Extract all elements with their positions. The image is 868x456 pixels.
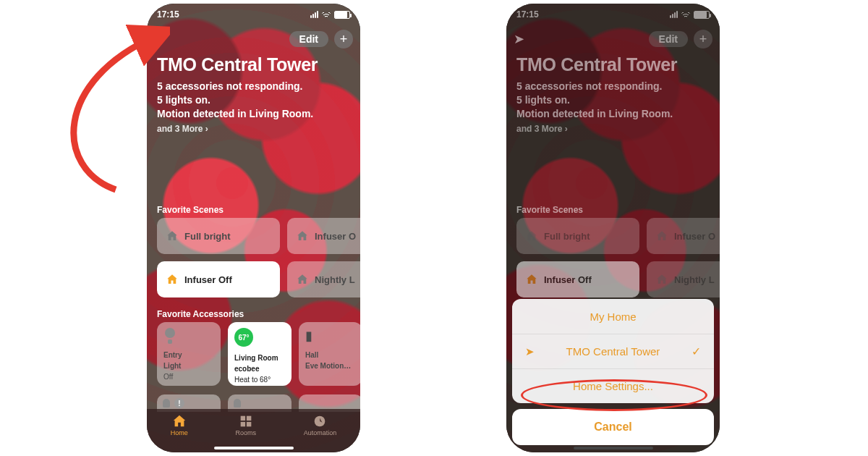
- sheet-item-my-home[interactable]: My Home: [512, 299, 714, 334]
- svg-rect-0: [240, 416, 244, 421]
- action-sheet-group: My Home ➤ TMO Central Tower ✓ Home Setti…: [512, 299, 714, 403]
- scene-label: Full bright: [184, 231, 231, 242]
- checkmark-icon: ✓: [692, 345, 701, 358]
- add-button[interactable]: +: [694, 30, 712, 48]
- tab-rooms[interactable]: Rooms: [235, 413, 256, 436]
- bulb-icon: [163, 328, 214, 344]
- scene-tile[interactable]: Infuser Off: [157, 261, 280, 297]
- scenes-grid: Full bright Infuser O Infuser Off Nightl…: [157, 218, 360, 297]
- status-bar: 17:15: [147, 4, 360, 22]
- home-title: TMO Central Tower: [516, 54, 710, 75]
- svg-rect-1: [247, 416, 251, 421]
- scene-tile[interactable]: Infuser O: [647, 218, 720, 254]
- nav-bar: ➤ Edit +: [506, 28, 720, 50]
- alert-icon: !: [174, 398, 184, 408]
- bulb-icon: [234, 399, 241, 408]
- sheet-item-home-settings[interactable]: Home Settings...: [512, 368, 714, 403]
- accessory-tile[interactable]: 67° Living Room ecobee Heat to 68°: [228, 322, 292, 386]
- scene-tile[interactable]: Infuser O: [287, 218, 360, 254]
- home-indicator: [214, 447, 294, 449]
- cellular-signal-icon: [310, 11, 318, 18]
- tile-line: Eve Motion…: [305, 362, 356, 370]
- location-icon[interactable]: ➤: [154, 31, 165, 47]
- wifi-icon: [321, 11, 331, 18]
- thermostat-icon: 67°: [234, 328, 285, 347]
- home-icon: [171, 413, 187, 428]
- scene-tile[interactable]: Infuser Off: [516, 261, 639, 297]
- tile-line: Light: [163, 362, 214, 370]
- scene-label: Infuser O: [315, 231, 356, 242]
- scene-tile[interactable]: Nightly L: [647, 261, 720, 297]
- svg-rect-2: [240, 422, 244, 426]
- scene-label: Full bright: [544, 231, 590, 242]
- house-icon: [655, 229, 668, 242]
- tile-line: Off: [163, 373, 214, 381]
- edit-button[interactable]: Edit: [289, 31, 328, 47]
- screenshot-left: 17:15 ➤ Edit + TMO Central Tower 5 acces…: [147, 4, 360, 452]
- house-icon: [296, 273, 309, 286]
- svg-rect-3: [247, 422, 251, 426]
- status-bar: 17:15: [506, 4, 720, 22]
- home-indicator: [574, 447, 653, 449]
- section-accessories-label: Favorite Accessories: [157, 309, 244, 319]
- house-icon: [166, 273, 179, 286]
- scene-tile[interactable]: Nightly L: [287, 261, 360, 297]
- house-icon: [525, 273, 538, 286]
- scene-tile[interactable]: Full bright: [157, 218, 280, 254]
- sheet-item-label: My Home: [590, 311, 636, 323]
- tile-line: ecobee: [234, 365, 285, 373]
- status-more[interactable]: and 3 More ›: [157, 124, 350, 134]
- section-scenes-label: Favorite Scenes: [516, 205, 583, 215]
- scene-tile[interactable]: Full bright: [516, 218, 639, 254]
- status-line: 5 lights on.: [516, 93, 710, 107]
- location-icon: ➤: [525, 345, 535, 358]
- home-header: TMO Central Tower 5 accessories not resp…: [157, 54, 350, 134]
- home-title: TMO Central Tower: [157, 54, 350, 75]
- battery-icon: [334, 11, 350, 19]
- tile-line: Living Room: [234, 354, 285, 362]
- sheet-item-current-home[interactable]: ➤ TMO Central Tower ✓: [512, 334, 714, 368]
- tab-label: Rooms: [235, 429, 256, 436]
- add-button[interactable]: +: [334, 30, 353, 48]
- status-more[interactable]: and 3 More ›: [516, 124, 710, 134]
- scene-label: Infuser Off: [544, 274, 592, 285]
- tile-line: Entry: [163, 351, 214, 359]
- tab-label: Home: [171, 429, 188, 436]
- status-line: Motion detected in Living Room.: [516, 107, 710, 121]
- screenshot-right: 17:15 ➤ Edit + TMO Central Tower 5 acces…: [506, 4, 720, 452]
- house-icon: [525, 229, 538, 242]
- sheet-cancel-label: Cancel: [594, 421, 631, 434]
- tab-label: Automation: [304, 429, 337, 436]
- rooms-icon: [238, 413, 254, 428]
- battery-icon: [694, 11, 710, 19]
- sheet-item-label: Home Settings...: [573, 380, 653, 392]
- accessory-tile[interactable]: ▮ Hall Eve Motion…: [299, 322, 360, 386]
- location-icon[interactable]: ➤: [514, 31, 524, 47]
- status-line: 5 lights on.: [157, 93, 350, 107]
- tab-automation[interactable]: Automation: [304, 413, 337, 436]
- scenes-grid: Full bright Infuser O Infuser Off Nightl…: [516, 218, 720, 297]
- sheet-item-label: TMO Central Tower: [566, 345, 660, 358]
- house-icon: [296, 229, 309, 242]
- accessories-grid: Entry Light Off 67° Living Room ecobee H…: [157, 322, 360, 386]
- sensor-icon: ▮: [305, 328, 356, 344]
- tab-bar: Home Rooms Automation: [147, 409, 360, 452]
- cellular-signal-icon: [670, 11, 678, 18]
- nav-bar: ➤ Edit +: [147, 28, 360, 50]
- status-time: 17:15: [157, 9, 179, 20]
- section-scenes-label: Favorite Scenes: [157, 205, 224, 215]
- sheet-cancel-button[interactable]: Cancel: [512, 409, 714, 445]
- status-line: 5 accessories not responding.: [516, 80, 710, 93]
- accessory-tile[interactable]: Entry Light Off: [157, 322, 221, 386]
- action-sheet: My Home ➤ TMO Central Tower ✓ Home Setti…: [512, 299, 714, 445]
- tile-line: Heat to 68°: [234, 376, 285, 384]
- house-icon: [655, 273, 668, 286]
- tab-home[interactable]: Home: [171, 413, 188, 436]
- home-header: TMO Central Tower 5 accessories not resp…: [516, 54, 710, 134]
- status-line: 5 accessories not responding.: [157, 80, 350, 93]
- edit-button[interactable]: Edit: [649, 31, 688, 47]
- wifi-icon: [681, 11, 691, 18]
- scene-label: Nightly L: [674, 274, 715, 285]
- status-time: 17:15: [516, 9, 539, 20]
- scene-label: Nightly L: [315, 274, 355, 285]
